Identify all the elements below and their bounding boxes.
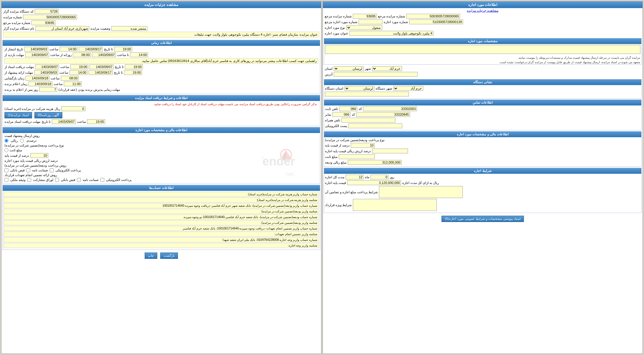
contract-opt4-label: اوراق مشارکت	[33, 178, 53, 182]
status-input[interactable]	[111, 26, 147, 31]
submit-method-label: روش ارسال پیشنهاد قیمت	[4, 134, 40, 138]
doc-deadline-from-date[interactable]	[35, 64, 59, 69]
doc-deadline-to-date[interactable]	[90, 64, 114, 69]
org-name-input[interactable]	[35, 26, 89, 31]
rial-amount-input[interactable]	[348, 160, 402, 165]
percentage-input[interactable]	[351, 143, 375, 148]
duration-label: مدت کل اجاره	[325, 175, 344, 179]
lease-title-input[interactable]	[350, 31, 433, 36]
publish-from-date[interactable]	[24, 47, 48, 52]
contract-terms-textarea[interactable]	[353, 199, 437, 211]
r-contract-method-label: روش ارائه تضمین انجام تعهدات قرارداد	[4, 173, 57, 177]
deposit-opt2-label: ضمانت نامه	[32, 168, 48, 172]
opening-time-label2: ساعت	[51, 76, 60, 80]
submit-deadline-from-time[interactable]	[69, 70, 87, 75]
province-select[interactable]: لرستان	[334, 66, 364, 71]
watch-auction-link[interactable]: مشاهده جزئیات مزایده	[467, 9, 498, 12]
time-info-section: اطلاعات زمانی تا تاریخ ساعت تاریخ انتشار…	[2, 40, 320, 94]
reference-number-input[interactable]	[353, 14, 377, 19]
days-input[interactable]	[371, 175, 388, 179]
address-input[interactable]	[334, 72, 418, 77]
payment-terms-textarea[interactable]	[379, 186, 463, 198]
auction-code-label: کد دستگاه مزایده گزار	[3, 10, 34, 13]
device-city-select[interactable]: خرم آباد	[393, 86, 423, 91]
contract-opt2-checkbox[interactable]	[77, 178, 81, 182]
fax-input[interactable]	[356, 112, 410, 117]
mobile-input[interactable]	[341, 118, 395, 123]
lease-type-select[interactable]: منقول	[346, 25, 382, 30]
r-reference-number-input[interactable]	[31, 20, 55, 25]
doc-deadline-date-right[interactable]	[52, 119, 76, 124]
fax-code-input[interactable]	[332, 112, 350, 117]
deposit-opt3-checkbox[interactable]	[4, 168, 8, 172]
lease-conditions-section: شرایط اجاره روز ماه مدت کل اجاره ریال به…	[324, 168, 642, 213]
r-fixed-amount-label: مبلغ ثابت	[10, 148, 22, 152]
opening-date-input[interactable]	[25, 76, 49, 81]
opening-time-input[interactable]	[61, 76, 79, 81]
phone-fixed-input[interactable]	[363, 106, 417, 111]
auction-number-input[interactable]	[406, 14, 460, 19]
property-spec-textarea[interactable]	[325, 45, 640, 54]
percent-radio[interactable]	[20, 139, 24, 143]
visit-note-row: راهنمایی جهت کسب اطلاعات بیشتر می‌توانید…	[4, 58, 318, 64]
winner-date-input[interactable]	[28, 81, 52, 86]
publish-to-time[interactable]	[114, 47, 132, 52]
fixed-amount-radio[interactable]	[4, 148, 8, 152]
contract-opt1-checkbox[interactable]	[100, 178, 104, 182]
base-price-input[interactable]	[347, 180, 401, 185]
doc-deadline-to-time[interactable]	[125, 64, 143, 69]
winner-label: زمان اعلام برنده	[4, 82, 27, 86]
contract-opt3-label: قبض بانکی	[61, 178, 75, 182]
email-input[interactable]	[348, 123, 402, 128]
winner-time-input[interactable]	[64, 81, 82, 86]
visit-from-date[interactable]	[25, 52, 49, 57]
right-panel-title: مشاهده جزئیات مزایده	[1, 1, 321, 8]
deposit-opt2-checkbox[interactable]	[26, 168, 30, 172]
ad-button[interactable]: آگهی روزنامه(0)	[34, 112, 63, 118]
contract-deadline-input[interactable]	[39, 87, 57, 92]
contract-opt4-checkbox[interactable]	[27, 178, 31, 182]
contract-deadline-label: روز پس از اعلام به برنده	[4, 88, 38, 92]
device-section: نشانی دستگاه خرم آباد شهر دستگاه لرستان …	[324, 79, 642, 99]
rial-radio[interactable]	[4, 139, 8, 143]
property-spec-header: مشخصات مورد اجاره	[324, 38, 641, 44]
doc-deadline-time-right[interactable]	[87, 119, 105, 124]
publish-to-date[interactable]	[79, 47, 103, 52]
document-info-header: اطلاعات و شرایط دریافت اسناد مزایده	[3, 95, 320, 101]
contract-terms-label: شرایط ویژه قرارداد	[325, 203, 352, 207]
contract-opt5-checkbox[interactable]	[4, 178, 8, 182]
lease-number-input[interactable]	[409, 19, 463, 24]
deposit-opt1-checkbox[interactable]	[50, 168, 54, 172]
auction-number-label: شماره مزایده مرجع	[378, 14, 405, 18]
city-select[interactable]: خرم آباد	[372, 66, 402, 71]
back-button[interactable]: بازگشت	[160, 253, 178, 259]
purchase-fee-input[interactable]	[61, 106, 85, 111]
r-auction-number-input[interactable]	[23, 15, 77, 19]
publish-from-time[interactable]	[60, 47, 78, 52]
rial-amount-label: مبلغ ریالی ودیعه	[325, 161, 347, 164]
visit-from-time[interactable]	[73, 52, 91, 57]
r-reference-number-label: شماره مزایده مرجع	[3, 21, 30, 25]
print-button[interactable]: چاپ	[145, 253, 157, 259]
contract-opt3-checkbox[interactable]	[55, 178, 59, 182]
submit-deadline-to-time[interactable]	[124, 70, 142, 75]
payment-method-label: نوع پرداخت ودیعه(تضمین شرکت در مزایده)	[325, 138, 385, 142]
device-address-input[interactable]: خیابان 17 شهریور - شهرداری خرم آباد	[325, 92, 409, 96]
fixed-amount-input[interactable]	[339, 154, 375, 159]
visit-to-date[interactable]	[92, 52, 116, 57]
device-city-label: شهر دستگاه	[376, 87, 392, 90]
base-value-input[interactable]	[372, 149, 408, 153]
device-province-select[interactable]: لرستان	[344, 86, 374, 91]
r-percent-input[interactable]	[30, 153, 48, 158]
doc-button[interactable]: اسناد مزایده(1)	[4, 112, 32, 118]
doc-deadline-from-time[interactable]	[70, 64, 88, 69]
auction-code-input[interactable]	[35, 9, 59, 14]
documents-button[interactable]: اسناد پیوستی مشخصات و شرایط عمومی مورد ا…	[442, 216, 524, 222]
visit-to-time[interactable]	[130, 52, 148, 57]
submit-deadline-from-date[interactable]	[34, 70, 58, 75]
submit-deadline-to-date[interactable]	[89, 70, 113, 75]
lease-number-ref-input[interactable]	[359, 19, 383, 24]
months-input[interactable]	[346, 175, 364, 179]
phone-code1-input[interactable]	[339, 106, 357, 111]
publish-from-time-label: ساعت	[49, 47, 58, 51]
